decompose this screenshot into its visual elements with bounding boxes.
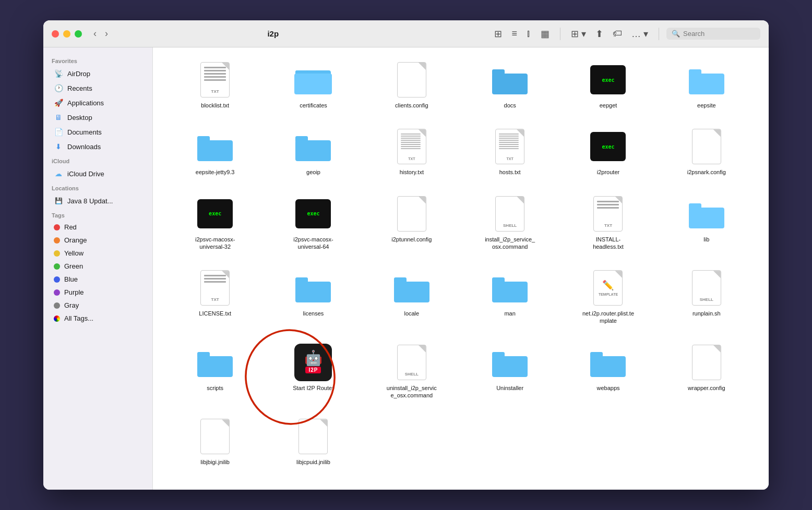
file-item-wrapper-config[interactable]: wrapper.config (660, 341, 753, 403)
share-button[interactable]: ⬆ (592, 26, 606, 42)
file-item-eepsite-jetty[interactable]: eepsite-jetty9.3 (169, 125, 261, 179)
file-item-start-i2p[interactable]: 🤖 I2P Start I2P Router (267, 341, 360, 403)
file-item-blocklist[interactable]: TXT blocklist.txt (169, 58, 261, 112)
recents-icon: 🕐 (54, 83, 63, 93)
file-item-i2psnark[interactable]: i2psnark.config (660, 125, 753, 179)
gallery-view-button[interactable]: ▦ (538, 26, 553, 42)
file-name-history: history.txt (400, 168, 424, 176)
file-name-lib: lib (703, 236, 709, 243)
sidebar-item-all-tags[interactable]: All Tags... (45, 312, 150, 325)
i2p-app-image: 🤖 I2P (294, 344, 332, 381)
sidebar-item-recents[interactable]: 🕐 Recents (45, 81, 150, 95)
file-item-i2psvc-32[interactable]: exec i2psvc-macosx-universal-32 (169, 192, 261, 254)
toolbar-divider2 (659, 28, 659, 40)
file-icon-i2ptunnel (393, 195, 431, 233)
more-button[interactable]: … ▾ (628, 26, 651, 42)
file-item-install-i2p[interactable]: SHELL install_i2p_service_osx.command (463, 192, 556, 254)
file-item-license[interactable]: TXT LICENSE.txt (169, 266, 261, 328)
file-item-docs[interactable]: docs (463, 58, 556, 112)
disk-icon: 💾 (54, 196, 63, 205)
file-item-hosts[interactable]: TXT hosts.txt (463, 125, 556, 179)
file-item-install-headless[interactable]: TXT INSTALL-headless.txt (562, 192, 654, 254)
tag-dot-red (54, 224, 60, 230)
file-name-geoip: geoip (306, 168, 320, 176)
favorites-label: Favorites (43, 54, 152, 66)
sidebar-item-tag-red[interactable]: Red (45, 221, 150, 234)
file-name-libjcpuid: libjcpuid.jnilib (296, 458, 330, 466)
tag-dot-yellow (54, 250, 60, 257)
file-item-eepsite[interactable]: eepsite (660, 58, 753, 112)
file-item-libjbigi[interactable]: libjbigi.jnilib (169, 415, 261, 469)
file-item-licenses[interactable]: licenses (267, 266, 360, 328)
column-view-button[interactable]: ⫿ (523, 26, 534, 41)
file-icon-runplain: SHELL (688, 269, 725, 307)
sidebar-label-desktop: Desktop (67, 114, 92, 122)
svg-rect-5 (689, 74, 724, 94)
svg-rect-23 (492, 352, 505, 358)
file-icon-geoip (294, 128, 332, 165)
file-item-eepget[interactable]: exec eepget (562, 58, 654, 112)
svg-rect-15 (394, 282, 429, 302)
file-icon-uninstaller (491, 344, 529, 381)
svg-rect-6 (689, 69, 701, 76)
file-icon-history: TXT (393, 128, 431, 165)
sidebar-label-airdrop: AirDrop (67, 70, 90, 78)
sidebar-item-icloud[interactable]: ☁ iCloud Drive (45, 166, 150, 181)
sidebar-item-downloads[interactable]: ⬇ Downloads (45, 139, 150, 154)
file-item-geoip[interactable]: geoip (267, 125, 360, 179)
svg-rect-9 (295, 140, 331, 161)
file-item-locale[interactable]: locale (365, 266, 458, 328)
file-name-i2prouter: i2prouter (597, 168, 619, 176)
file-item-man[interactable]: man (463, 266, 556, 328)
search-input[interactable] (683, 30, 755, 38)
file-item-scripts[interactable]: scripts (169, 341, 261, 403)
sidebar-item-tag-blue[interactable]: Blue (45, 273, 150, 286)
tag-button[interactable]: 🏷 (610, 26, 625, 41)
icloud-icon: ☁ (54, 169, 63, 178)
list-view-button[interactable]: ≡ (508, 26, 520, 41)
group-button[interactable]: ⊞ ▾ (568, 26, 589, 42)
file-item-uninstaller[interactable]: Uninstaller (463, 341, 556, 403)
sidebar-item-tag-orange[interactable]: Orange (45, 234, 150, 247)
file-item-i2prouter[interactable]: exec i2prouter (562, 125, 654, 179)
file-name-libjbigi: libjbigi.jnilib (200, 458, 230, 466)
svg-rect-20 (197, 352, 210, 358)
file-item-history[interactable]: TXT history.txt (365, 125, 458, 179)
window-title: i2p (55, 29, 491, 38)
file-item-libjcpuid[interactable]: libjcpuid.jnilib (267, 415, 360, 469)
file-icon-i2prouter: exec (589, 128, 627, 165)
sidebar-item-desktop[interactable]: 🖥 Desktop (45, 110, 150, 125)
svg-rect-10 (295, 136, 308, 142)
file-item-i2psvc-64[interactable]: exec i2psvc-macosx-universal-64 (267, 192, 360, 254)
sidebar-item-java8[interactable]: 💾 Java 8 Updat... (45, 193, 150, 208)
sidebar-label-applications: Applications (67, 99, 104, 107)
file-icon-libjbigi (196, 418, 234, 455)
file-item-webapps[interactable]: webapps (562, 341, 654, 403)
file-icon-install-headless: TXT (589, 195, 627, 233)
sidebar-item-tag-gray[interactable]: Gray (45, 299, 150, 312)
file-item-certificates[interactable]: certificates (267, 58, 360, 112)
sidebar-item-tag-purple[interactable]: Purple (45, 286, 150, 299)
sidebar-item-airdrop[interactable]: 📡 AirDrop (45, 66, 150, 81)
file-item-i2ptunnel[interactable]: i2ptunnel.config (365, 192, 458, 254)
file-item-lib[interactable]: lib (660, 192, 753, 254)
sidebar-item-applications[interactable]: 🚀 Applications (45, 95, 150, 110)
airdrop-icon: 📡 (54, 69, 63, 78)
file-item-net-router[interactable]: ✏️ TEMPLATE net.i2p.router.plist.templat… (562, 266, 654, 328)
file-name-man: man (504, 310, 515, 317)
svg-rect-3 (492, 74, 528, 94)
svg-rect-19 (197, 356, 233, 377)
sidebar-item-tag-green[interactable]: Green (45, 260, 150, 273)
sidebar-item-documents[interactable]: 📄 Documents (45, 125, 150, 139)
file-item-clients-config[interactable]: clients.config (365, 58, 458, 112)
icon-view-button[interactable]: ⊞ (491, 26, 505, 42)
file-name-eepget: eepget (600, 102, 617, 109)
sidebar-label-java8: Java 8 Updat... (67, 197, 113, 205)
file-name-scripts: scripts (207, 384, 223, 392)
tag-label-red: Red (64, 223, 77, 231)
file-item-runplain[interactable]: SHELL runplain.sh (660, 266, 753, 328)
svg-rect-17 (492, 282, 528, 302)
file-icon-license: TXT (196, 269, 234, 307)
sidebar-item-tag-yellow[interactable]: Yellow (45, 247, 150, 260)
file-item-uninstall-svc[interactable]: SHELL uninstall_i2p_service_osx.command (365, 341, 458, 403)
